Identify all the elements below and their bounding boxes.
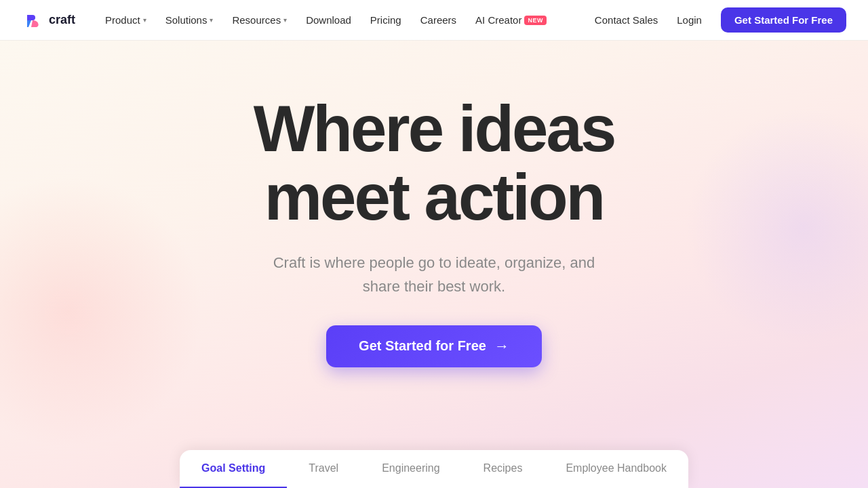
tab-recipes[interactable]: Recipes xyxy=(462,450,545,488)
nav-item-solutions[interactable]: Solutions ▾ xyxy=(157,9,222,31)
chevron-down-icon: ▾ xyxy=(283,16,287,24)
nav-right: Contact Sales Login Get Started For Free xyxy=(595,7,846,33)
tab-goal-setting[interactable]: Goal Setting xyxy=(180,450,287,488)
chevron-down-icon: ▾ xyxy=(143,16,146,24)
nav-item-product[interactable]: Product ▾ xyxy=(97,9,155,31)
hero-subtitle: Craft is where people go to ideate, orga… xyxy=(258,251,610,298)
nav-links: Product ▾ Solutions ▾ Resources ▾ Downlo… xyxy=(97,9,595,31)
logo-text: craft xyxy=(49,13,75,27)
hero-section: Where ideas meet action Craft is where p… xyxy=(0,41,868,488)
chevron-down-icon: ▾ xyxy=(210,16,213,24)
tab-bar: Goal Setting Travel Engineering Recipes … xyxy=(180,450,688,488)
tab-employee-handbook[interactable]: Employee Handbook xyxy=(544,450,688,488)
nav-item-careers[interactable]: Careers xyxy=(412,9,465,31)
nav-item-download[interactable]: Download xyxy=(298,9,359,31)
login-link[interactable]: Login xyxy=(669,9,710,31)
craft-logo-icon xyxy=(22,9,43,31)
nav-item-ai-creator[interactable]: AI Creator NEW xyxy=(467,9,555,31)
tab-engineering[interactable]: Engineering xyxy=(360,450,461,488)
tab-travel[interactable]: Travel xyxy=(287,450,360,488)
hero-title: Where ideas meet action xyxy=(254,95,615,232)
get-started-hero-button[interactable]: Get Started for Free → xyxy=(326,325,542,367)
logo[interactable]: craft xyxy=(22,9,75,31)
navbar: craft Product ▾ Solutions ▾ Resources ▾ … xyxy=(0,0,868,41)
nav-item-pricing[interactable]: Pricing xyxy=(362,9,410,31)
contact-sales-link[interactable]: Contact Sales xyxy=(595,14,658,26)
decorative-blob-right xyxy=(685,108,868,346)
arrow-icon: → xyxy=(494,338,509,355)
decorative-blob-left xyxy=(0,176,203,447)
get-started-nav-button[interactable]: Get Started For Free xyxy=(721,7,846,33)
nav-item-resources[interactable]: Resources ▾ xyxy=(224,9,295,31)
ai-creator-badge: NEW xyxy=(524,16,547,25)
